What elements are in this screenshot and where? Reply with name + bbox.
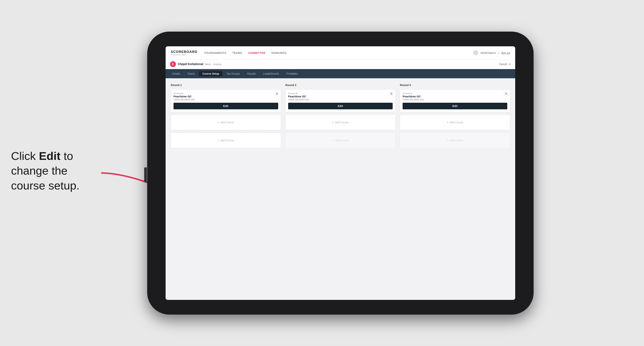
rounds-grid: Round 1 🗑 (Course A) Peachtree GC Yellow… [171, 83, 510, 148]
tab-leaderboards[interactable]: Leaderboards [260, 71, 282, 76]
logo-title: SCOREBOARD [171, 50, 198, 54]
tab-tee-groups[interactable]: Tee Groups [223, 71, 243, 76]
tab-teams[interactable]: Teams [184, 71, 198, 76]
round-3-course-details: Yellow (M) (6629 yds) [402, 98, 507, 101]
round-2-add-plus-2: + [332, 139, 334, 142]
round-3-column: Round 3 🗑 (Course A) Peachtree GC Yellow… [400, 83, 510, 148]
round-3-course-tag: (Course A) [402, 92, 507, 94]
tournament-bar: C Clippd Invitational (Men) Hosting Canc… [166, 59, 515, 69]
round-3-edit-button[interactable]: Edit [402, 103, 507, 109]
round-3-add-course-label-1: Add Course [450, 121, 463, 124]
tablet-side-button [144, 168, 147, 182]
logo-subtitle: Powered by clippd [171, 54, 198, 56]
round-1-add-course-1[interactable]: + Add Course [171, 115, 281, 130]
tablet-device: SCOREBOARD Powered by clippd TOURNAMENTS… [147, 32, 534, 315]
separator: | [498, 51, 499, 54]
round-2-add-plus-1: + [332, 121, 334, 124]
tablet-screen: SCOREBOARD Powered by clippd TOURNAMENTS… [166, 46, 515, 300]
round-3-label: Round 3 [400, 83, 510, 87]
nav-teams[interactable]: TEAMS [232, 51, 242, 54]
instruction-bold: Edit [39, 150, 60, 162]
round-1-add-course-label-1: Add Course [220, 121, 234, 124]
round-1-add-course-2[interactable]: + Add Course [171, 133, 281, 148]
tournament-gender: (Men) [205, 63, 211, 66]
round-1-course-tag: (Course A) [174, 92, 278, 94]
round-2-course-details: Yellow (M) (6629 yds) [288, 98, 393, 101]
round-1-label: Round 1 [171, 83, 281, 87]
cancel-icon: ✕ [508, 63, 511, 66]
round-2-edit-button[interactable]: Edit [288, 103, 393, 109]
round-2-course-name: Peachtree GC [288, 95, 393, 98]
sign-out-link[interactable]: Sign out [501, 51, 510, 54]
round-2-column: Round 2 🗑 (Course A) Peachtree GC Yellow… [286, 83, 396, 148]
round-1-course-card: 🗑 (Course A) Peachtree GC Yellow (M) (66… [171, 89, 281, 112]
tournament-logo-letter: C [172, 62, 174, 66]
tab-course-setup[interactable]: Course Setup [199, 71, 222, 76]
tournament-name: Clippd Invitational [178, 62, 203, 66]
nav-rankings[interactable]: RANKINGS [272, 51, 286, 54]
round-2-add-course-2: + Add Course [286, 133, 396, 148]
round-1-add-course-label-2: Add Course [220, 139, 234, 142]
round-3-course-card: 🗑 (Course A) Peachtree GC Yellow (M) (66… [400, 89, 510, 112]
scoreboard-logo: SCOREBOARD Powered by clippd [171, 50, 198, 56]
round-1-course-name: Peachtree GC [174, 95, 278, 98]
tab-results[interactable]: Results [244, 71, 259, 76]
tab-printables[interactable]: Printables [283, 71, 301, 76]
round-1-column: Round 1 🗑 (Course A) Peachtree GC Yellow… [171, 83, 281, 148]
main-content: Round 1 🗑 (Course A) Peachtree GC Yellow… [166, 78, 515, 300]
nav-tournaments[interactable]: TOURNAMENTS [204, 51, 226, 54]
round-2-add-course-label-1: Add Course [335, 121, 349, 124]
tournament-logo: C [170, 61, 176, 67]
round-2-course-tag: (Course A) [288, 92, 393, 94]
tab-details[interactable]: Details [169, 71, 184, 76]
round-3-add-course-2: + Add Course [400, 133, 510, 148]
round-1-course-details: Yellow (M) (6629 yds) [174, 98, 278, 101]
round-1-add-plus-2: + [218, 139, 219, 142]
round-3-add-plus-1: + [447, 121, 448, 124]
nav-committee[interactable]: COMMITTEE [248, 51, 266, 54]
round-2-course-card: 🗑 (Course A) Peachtree GC Yellow (M) (66… [286, 89, 396, 112]
user-avatar [473, 50, 478, 55]
round-2-delete-button[interactable]: 🗑 [389, 92, 394, 96]
user-email: blair@clippd.io [480, 51, 496, 54]
round-2-add-course-label-2: Add Course [335, 139, 349, 142]
round-3-course-name: Peachtree GC [402, 95, 507, 98]
round-1-delete-button[interactable]: 🗑 [275, 92, 279, 96]
round-2-add-course-1[interactable]: + Add Course [286, 115, 396, 130]
round-3-add-course-1[interactable]: + Add Course [400, 115, 510, 130]
round-3-delete-button[interactable]: 🗑 [504, 92, 508, 96]
round-3-add-course-label-2: Add Course [450, 139, 463, 142]
cancel-button[interactable]: Cancel ✕ [499, 63, 511, 66]
tab-bar: Details Teams Course Setup Tee Groups Re… [166, 69, 515, 78]
round-1-edit-button[interactable]: Edit [174, 103, 278, 109]
instruction-text: Click Edit tochange thecourse setup. [11, 149, 80, 193]
round-1-add-plus-1: + [218, 121, 219, 124]
main-nav-links: TOURNAMENTS TEAMS COMMITTEE RANKINGS [204, 51, 473, 54]
top-navigation: SCOREBOARD Powered by clippd TOURNAMENTS… [166, 46, 515, 59]
round-2-label: Round 2 [286, 83, 396, 87]
round-3-add-plus-2: + [447, 139, 448, 142]
nav-right-section: blair@clippd.io | Sign out [473, 50, 510, 55]
instruction-line1: Click Edit tochange thecourse setup. [11, 150, 80, 192]
tournament-status: Hosting [213, 63, 221, 66]
